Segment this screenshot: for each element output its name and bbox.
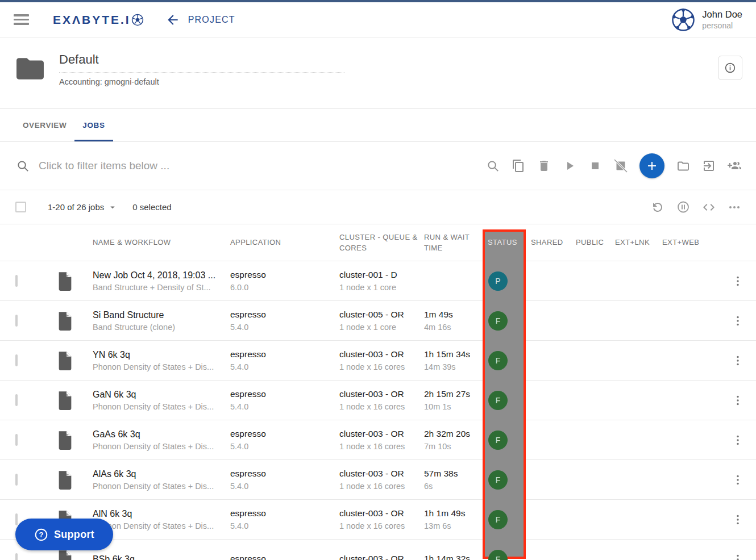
code-icon[interactable] [702,200,716,214]
table-row[interactable]: New Job Oct 4, 2018, 19:03 ... Band Stru… [0,261,756,301]
row-more-vert-icon[interactable] [720,394,756,407]
row-checkbox[interactable] [15,474,18,486]
job-name[interactable]: New Job Oct 4, 2018, 19:03 ... [93,269,223,282]
file-icon [57,351,93,370]
stop-icon[interactable] [588,159,602,173]
support-button[interactable]: ? Support [15,519,113,550]
job-cores: 1 node x 16 cores [339,480,424,492]
pause-circle-icon[interactable] [676,200,690,214]
row-checkbox[interactable] [15,275,18,287]
job-application: espresso [230,467,339,480]
jobs-toolbar [486,153,741,178]
folder-icon[interactable] [676,159,690,173]
support-label: Support [54,529,94,541]
table-row[interactable]: Si Band Structure Band Structure (clone)… [0,301,756,341]
job-name[interactable]: AlAs 6k 3q [93,467,223,480]
table-row[interactable]: GaN 6k 3q Phonon Density of States + Dis… [0,381,756,420]
brand-logo[interactable]: EXΛBYTE.I [53,13,144,27]
user-avatar-soccer-ball-icon[interactable] [671,8,695,32]
copy-icon[interactable] [512,159,525,173]
job-run-time: 2h 32m 20s [424,428,484,440]
job-name[interactable]: BSb 6k 3q [93,553,223,560]
row-checkbox[interactable] [15,315,18,327]
back-arrow-icon[interactable] [165,12,180,27]
job-wait-time: 7m 10s [424,441,484,452]
help-icon: ? [34,528,48,542]
column-header-status[interactable]: STATUS [484,237,525,248]
job-wait-time: 14m 39s [424,361,484,373]
user-account-type: personal [702,20,742,31]
job-name[interactable]: GaAs 6k 3q [93,428,223,441]
status-badge[interactable]: F [488,510,508,529]
add-job-button[interactable] [639,153,664,178]
row-checkbox[interactable] [15,394,18,406]
job-wait-time: 6s [424,480,484,492]
refresh-icon[interactable] [651,200,664,214]
person-add-icon[interactable] [728,159,741,173]
table-row[interactable]: AlN 6k 3q Phonon Density of States + Dis… [0,500,756,540]
page: EXΛBYTE.I PROJECT [0,0,756,560]
table-row[interactable]: BSb 6k 3q espresso cluster-003 - OR 1h 1… [0,540,756,560]
status-badge[interactable]: F [488,311,508,331]
search-icon[interactable] [486,159,500,173]
job-application: espresso [230,428,339,440]
project-accounting: Accounting: gmogni-default [59,77,344,86]
column-header-name[interactable]: NAME & WORKFLOW [93,237,230,248]
column-header-runwait[interactable]: RUN & WAIT TIME [424,232,484,254]
row-more-vert-icon[interactable] [720,354,756,367]
row-more-vert-icon[interactable] [720,315,756,327]
play-icon[interactable] [563,159,576,173]
table-row[interactable]: YN 6k 3q Phonon Density of States + Dis.… [0,341,756,381]
row-checkbox[interactable] [15,513,18,525]
row-more-vert-icon[interactable] [720,513,756,526]
job-name[interactable]: YN 6k 3q [93,348,223,361]
row-checkbox[interactable] [15,354,18,366]
table-row[interactable]: AlAs 6k 3q Phonon Density of States + Di… [0,460,756,500]
status-badge[interactable]: P [488,271,508,291]
pagination-range[interactable]: 1-20 of 26 jobs [48,202,118,212]
info-button[interactable] [718,56,742,80]
row-more-vert-icon[interactable] [720,553,756,560]
column-header-extweb[interactable]: EXT+WEB [662,237,719,248]
table-row[interactable]: GaAs 6k 3q Phonon Density of States + Di… [0,420,756,460]
row-more-vert-icon[interactable] [720,474,756,486]
status-badge[interactable]: F [488,470,508,490]
column-header-public[interactable]: PUBLIC [576,237,615,248]
column-header-extlnk[interactable]: EXT+LNK [615,237,662,248]
job-application: espresso [230,269,339,281]
more-horiz-icon[interactable] [728,200,741,214]
filter-input[interactable] [39,160,486,172]
brand-text: EXΛBYTE.I [53,13,131,27]
row-more-vert-icon[interactable] [720,434,756,446]
row-more-vert-icon[interactable] [720,275,756,287]
tab-overview[interactable]: OVERVIEW [15,109,74,141]
column-header-cluster[interactable]: CLUSTER - QUEUE & CORES [339,232,424,254]
job-name[interactable]: AlN 6k 3q [93,507,223,520]
hamburger-menu-icon[interactable] [14,14,29,25]
breadcrumb-project[interactable]: PROJECT [188,15,235,25]
job-workflow: Phonon Density of States + Dis... [93,441,223,452]
exit-to-app-icon[interactable] [702,159,716,173]
delete-icon[interactable] [537,159,551,173]
status-badge[interactable]: F [488,431,508,450]
job-name[interactable]: GaN 6k 3q [93,388,223,401]
tab-bar: OVERVIEW JOBS [0,109,756,142]
job-run-time: 1h 14m 32s [424,553,484,560]
job-application-version: 5.4.0 [230,321,339,333]
status-badge[interactable]: F [488,550,508,560]
status-badge[interactable]: F [488,351,508,370]
job-wait-time: 4m 16s [424,321,484,333]
row-checkbox[interactable] [15,434,18,446]
row-checkbox[interactable] [15,553,18,560]
tab-jobs[interactable]: JOBS [74,109,113,141]
status-badge[interactable]: F [488,391,508,410]
job-workflow: Band Structure (clone) [93,321,223,333]
column-header-application[interactable]: APPLICATION [230,237,339,248]
job-name[interactable]: Si Band Structure [93,308,223,321]
user-info[interactable]: John Doe personal [702,9,742,31]
job-application: espresso [230,308,339,321]
select-all-checkbox[interactable] [15,202,26,212]
column-header-shared[interactable]: SHARED [525,237,576,248]
job-cluster-queue: cluster-003 - OR [339,428,424,440]
slashed-square-icon[interactable] [614,159,628,173]
